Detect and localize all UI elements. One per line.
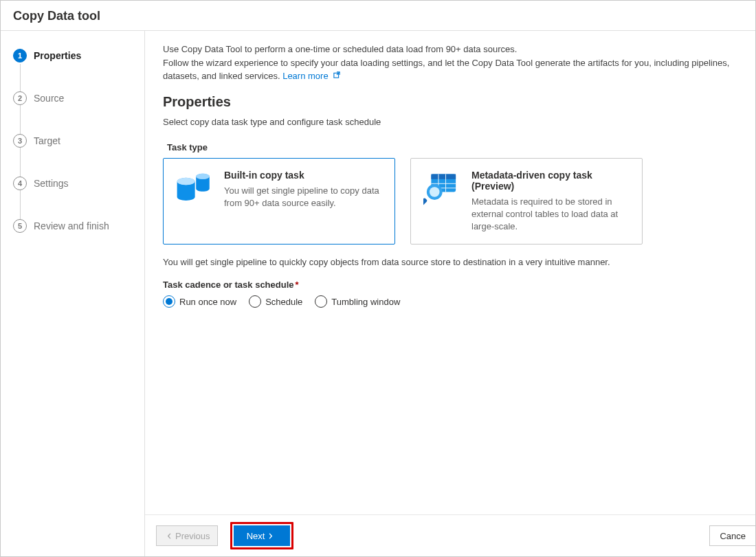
database-icon — [176, 170, 212, 205]
card-metadata-copy-task[interactable]: Metadata-driven copy task (Preview) Meta… — [410, 158, 643, 245]
radio-icon — [163, 295, 175, 308]
metadata-search-icon — [423, 170, 459, 205]
svg-point-2 — [196, 173, 210, 179]
svg-rect-13 — [423, 197, 427, 205]
step-number-icon: 1 — [13, 49, 27, 62]
intro-text: Use Copy Data Tool to perform a one-time… — [163, 43, 737, 83]
step-number-icon: 5 — [13, 219, 27, 233]
copy-data-tool-window: Copy Data tool 1 Properties 2 Source 3 T… — [0, 0, 756, 557]
radio-icon — [249, 295, 261, 308]
task-schedule-label: Task cadence or task schedule* — [163, 280, 737, 290]
cancel-button[interactable]: Cance — [709, 525, 755, 546]
step-label: Review and finish — [34, 220, 109, 231]
radio-tumbling-window[interactable]: Tumbling window — [315, 295, 400, 308]
svg-point-12 — [430, 187, 440, 197]
main-panel: Use Copy Data Tool to perform a one-time… — [145, 31, 755, 556]
header: Copy Data tool — [1, 1, 755, 31]
radio-label: Schedule — [265, 297, 302, 307]
page-title: Copy Data tool — [13, 9, 100, 23]
card-description: You will get single pipeline to copy dat… — [224, 185, 383, 209]
step-source[interactable]: 2 Source — [13, 91, 142, 105]
intro-line-1: Use Copy Data Tool to perform a one-time… — [163, 44, 517, 54]
step-number-icon: 2 — [13, 91, 27, 105]
card-title: Metadata-driven copy task (Preview) — [471, 170, 631, 192]
task-type-note: You will get single pipeline to quickly … — [163, 257, 737, 267]
card-text: Built-in copy task You will get single p… — [224, 170, 383, 234]
step-number-icon: 3 — [13, 134, 27, 148]
step-label: Target — [34, 135, 60, 146]
wizard-footer: Previous Next Cance — [145, 514, 755, 556]
step-settings[interactable]: 4 Settings — [13, 177, 142, 190]
next-button-highlight: Next — [230, 522, 293, 549]
body: 1 Properties 2 Source 3 Target 4 Setting… — [1, 31, 755, 556]
card-title: Built-in copy task — [224, 170, 383, 181]
chevron-left-icon — [166, 531, 173, 541]
learn-more-link[interactable]: Learn more — [282, 71, 341, 81]
svg-rect-6 — [431, 174, 456, 179]
step-target[interactable]: 3 Target — [13, 134, 142, 148]
section-title: Properties — [163, 94, 737, 110]
radio-run-once-now[interactable]: Run once now — [163, 295, 236, 308]
step-label: Source — [34, 93, 64, 104]
step-label: Settings — [34, 178, 69, 189]
chevron-right-icon — [267, 531, 274, 541]
external-link-icon — [333, 71, 341, 81]
next-button[interactable]: Next — [234, 525, 290, 546]
svg-point-4 — [177, 177, 195, 184]
radio-label: Tumbling window — [331, 297, 400, 307]
section-description: Select copy data task type and configure… — [163, 117, 737, 127]
main-content: Use Copy Data Tool to perform a one-time… — [145, 31, 755, 514]
next-label: Next — [247, 531, 265, 541]
cancel-label: Cance — [720, 531, 746, 541]
intro-line-2: Follow the wizard experience to specify … — [163, 58, 729, 82]
card-builtin-copy-task[interactable]: Built-in copy task You will get single p… — [163, 158, 395, 245]
previous-button[interactable]: Previous — [156, 525, 218, 546]
radio-label: Run once now — [179, 297, 236, 307]
task-schedule-radio-group: Run once now Schedule Tumbling window — [163, 295, 737, 308]
card-text: Metadata-driven copy task (Preview) Meta… — [471, 170, 631, 234]
card-description: Metadata is required to be stored in ext… — [471, 196, 631, 234]
step-review-finish[interactable]: 5 Review and finish — [13, 219, 142, 233]
radio-icon — [315, 295, 327, 308]
step-number-icon: 4 — [13, 177, 27, 190]
step-label: Properties — [34, 50, 81, 61]
radio-schedule[interactable]: Schedule — [249, 295, 302, 308]
wizard-steps: 1 Properties 2 Source 3 Target 4 Setting… — [13, 49, 142, 233]
task-type-label: Task type — [167, 142, 737, 152]
learn-more-label: Learn more — [282, 71, 328, 81]
previous-label: Previous — [175, 531, 210, 541]
task-type-cards: Built-in copy task You will get single p… — [163, 158, 737, 245]
wizard-sidebar: 1 Properties 2 Source 3 Target 4 Setting… — [1, 31, 145, 556]
step-properties[interactable]: 1 Properties — [13, 49, 142, 62]
